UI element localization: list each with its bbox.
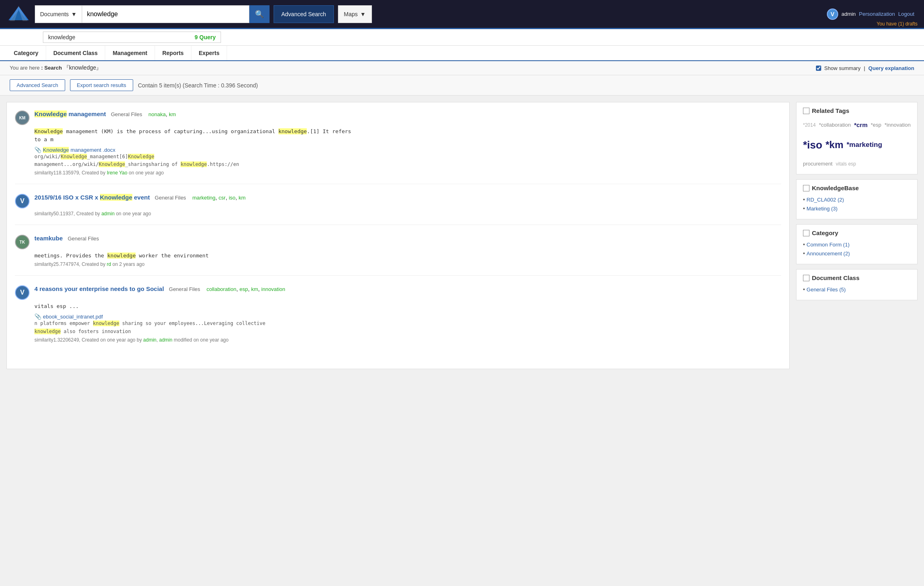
- list-item: Announcement (2): [803, 250, 911, 257]
- document-type-select[interactable]: Documents ▼: [35, 5, 82, 23]
- result-header: TK teamkube General Files: [15, 235, 781, 249]
- personalization-link[interactable]: Personalization: [859, 11, 895, 17]
- list-item: General Files (5): [803, 286, 911, 293]
- breadcrumb: You are here : Search 『knowledge』: [10, 64, 102, 72]
- result-title-link[interactable]: teamkube: [34, 235, 64, 242]
- file-link[interactable]: 📎 Knowledge management .docx: [34, 146, 781, 153]
- maps-button[interactable]: Maps ▼: [338, 5, 372, 23]
- export-results-btn[interactable]: Export search results: [70, 79, 133, 91]
- result-snippet: Knowledge management (KM) is the process…: [34, 127, 781, 143]
- category-title: Category: [803, 229, 911, 236]
- result-title-link[interactable]: Knowledge management: [34, 110, 108, 117]
- creator-link[interactable]: Irene Yao: [107, 170, 127, 176]
- category-link[interactable]: Announcement (2): [807, 251, 850, 257]
- result-title-link[interactable]: 4 reasons your enterprise needs to go So…: [34, 285, 166, 292]
- related-tags-title: Related Tags: [803, 107, 911, 114]
- category-list: Common Form (1) Announcement (2): [803, 241, 911, 257]
- knowledgebase-list: RD_CLA002 (2) Marketing (3): [803, 196, 911, 212]
- result-tag[interactable]: esp: [240, 286, 248, 292]
- result-title-link[interactable]: 2015/9/16 ISO x CSR x Knowledge event: [34, 194, 151, 201]
- result-tag[interactable]: km: [169, 111, 176, 117]
- nav-item-reports[interactable]: Reports: [155, 46, 191, 60]
- docclass-list: General Files (5): [803, 286, 911, 293]
- autocomplete-dropdown[interactable]: knowledge 9 Query: [43, 32, 221, 43]
- tag-vitals-esp[interactable]: vitals esp: [836, 159, 856, 169]
- related-tags-section: Related Tags *2014 *collaboration *crm *…: [796, 102, 918, 174]
- breadcrumb-bar: You are here : Search 『knowledge』 Show s…: [0, 61, 924, 75]
- nav-bar: Category Document Class Management Repor…: [0, 46, 924, 61]
- tag-innovation[interactable]: *innovation: [885, 120, 911, 130]
- result-tag[interactable]: csr: [219, 195, 225, 201]
- search-wrapper: Documents ▼ 🔍: [35, 5, 270, 23]
- tag-marketing[interactable]: *marketing: [847, 138, 882, 152]
- nav-item-experts[interactable]: Experts: [191, 46, 227, 60]
- result-similarity: similarity50.11937, Created by admin on …: [34, 211, 781, 217]
- avatar: V: [15, 194, 30, 208]
- creator-link[interactable]: rd: [107, 261, 111, 267]
- avatar: KM: [15, 110, 30, 125]
- search-icon: 🔍: [255, 10, 264, 19]
- search-input[interactable]: [82, 5, 249, 23]
- tag-km[interactable]: *km: [826, 135, 843, 155]
- result-title-line: 4 reasons your enterprise needs to go So…: [34, 285, 781, 292]
- show-summary-checkbox[interactable]: [816, 66, 821, 71]
- query-explanation-link[interactable]: Query explanation: [869, 65, 914, 71]
- result-tag[interactable]: km: [239, 195, 246, 201]
- advanced-search-button[interactable]: Advanced Search: [274, 5, 334, 23]
- docclass-section: Document Class General Files (5): [796, 269, 918, 300]
- list-item: Marketing (3): [803, 205, 911, 212]
- tag-esp[interactable]: *esp: [871, 120, 882, 130]
- logo: [6, 3, 31, 25]
- creator-link[interactable]: admin: [143, 337, 157, 343]
- tag-procurement[interactable]: procurement: [803, 159, 833, 169]
- creator-link[interactable]: admin: [101, 211, 115, 217]
- paperclip-icon: 📎: [34, 146, 41, 153]
- kb-link[interactable]: RD_CLA002 (2): [807, 197, 844, 203]
- result-tag[interactable]: collaboration: [206, 286, 236, 292]
- autocomplete-value: knowledge: [48, 34, 75, 40]
- docclass-link[interactable]: General Files (5): [807, 287, 846, 293]
- tag-2014[interactable]: *2014: [803, 120, 816, 130]
- nav-item-document-class[interactable]: Document Class: [46, 46, 106, 60]
- tag-iso[interactable]: *iso: [803, 134, 822, 155]
- advanced-search-btn[interactable]: Advanced Search: [10, 79, 65, 91]
- autocomplete-bar: knowledge 9 Query: [0, 29, 924, 46]
- sidebar-panel: Related Tags *2014 *collaboration *crm *…: [796, 102, 918, 369]
- docclass-title: Document Class: [803, 274, 911, 281]
- nav-item-category[interactable]: Category: [6, 46, 46, 60]
- tag-collaboration[interactable]: *collaboration: [819, 120, 851, 130]
- top-bar: Documents ▼ 🔍 Advanced Search Maps ▼ V a…: [0, 0, 924, 29]
- tag-cloud: *2014 *collaboration *crm *esp *innovati…: [803, 119, 911, 169]
- list-item: Common Form (1): [803, 241, 911, 248]
- username-label: admin: [841, 11, 856, 17]
- result-tag[interactable]: km: [251, 286, 258, 292]
- result-snippet: vitals esp ...: [34, 302, 781, 310]
- search-button[interactable]: 🔍: [249, 5, 270, 23]
- result-tag[interactable]: iso: [229, 195, 236, 201]
- kb-link[interactable]: Marketing (3): [807, 206, 838, 212]
- drafts-label: You have (1) drafts: [877, 21, 918, 27]
- user-avatar: V: [827, 8, 838, 20]
- tag-crm[interactable]: *crm: [854, 119, 867, 131]
- list-item: RD_CLA002 (2): [803, 196, 911, 203]
- result-header: V 2015/9/16 ISO x CSR x Knowledge event …: [15, 194, 781, 208]
- logout-link[interactable]: Logout: [898, 11, 914, 17]
- chevron-down-icon: ▼: [360, 11, 366, 17]
- show-summary-label: Show summary: [824, 65, 861, 71]
- file-path: org/wiki/Knowledge_management[6]Knowledg…: [34, 153, 781, 168]
- result-tag[interactable]: innovation: [261, 286, 285, 292]
- nav-item-management[interactable]: Management: [105, 46, 155, 60]
- knowledgebase-title: KnowledgeBase: [803, 185, 911, 191]
- result-title-line: Knowledge management General Files nonak…: [34, 110, 781, 117]
- result-tag[interactable]: nonaka: [149, 111, 166, 117]
- result-file: 📎 ebook_social_intranet.pdf: [34, 313, 781, 320]
- modifier-link[interactable]: admin: [159, 337, 172, 343]
- result-tag[interactable]: marketing: [192, 195, 215, 201]
- paperclip-icon: 📎: [34, 313, 41, 320]
- category-section: Category Common Form (1) Announcement (2…: [796, 224, 918, 264]
- file-link[interactable]: 📎 ebook_social_intranet.pdf: [34, 313, 781, 320]
- result-item: TK teamkube General Files meetings. Prov…: [15, 235, 781, 276]
- query-count-label: 9 Query: [195, 34, 216, 40]
- category-link[interactable]: Common Form (1): [807, 242, 850, 248]
- result-file: 📎 Knowledge management .docx: [34, 146, 781, 153]
